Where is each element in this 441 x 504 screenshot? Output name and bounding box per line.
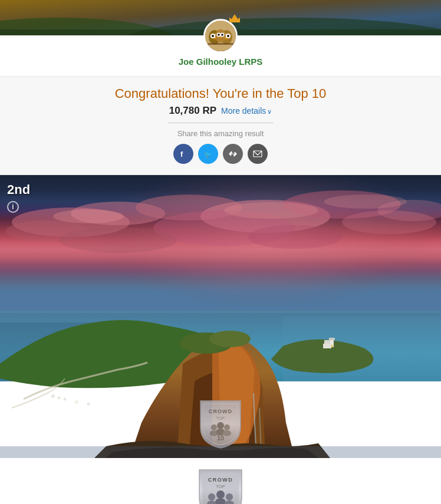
more-details-link[interactable]: More details ∨ (221, 106, 272, 116)
svg-point-42 (224, 202, 318, 219)
svg-point-21 (221, 34, 223, 36)
congrats-section: Congratulations! You're in the Top 10 10… (0, 76, 441, 175)
rp-row: 10,780 RP More details ∨ (12, 105, 429, 117)
svg-point-76 (226, 493, 233, 500)
chevron-down-icon: ∨ (267, 108, 272, 116)
crowd-badge-overlay: CROWD TOP 10 (198, 398, 243, 452)
svg-text:🐦: 🐦 (204, 150, 212, 159)
svg-text:10: 10 (217, 434, 224, 442)
svg-point-39 (248, 225, 342, 249)
svg-point-17 (215, 29, 226, 42)
avatar-wrapper (203, 19, 238, 53)
svg-rect-45 (0, 311, 441, 313)
share-facebook-button[interactable]: f (173, 144, 193, 164)
main-photo: 2nd i CROWD TOP (0, 175, 441, 458)
svg-point-49 (209, 331, 251, 347)
svg-rect-23 (208, 43, 233, 45)
svg-rect-54 (324, 340, 330, 344)
bottom-section: CROWD TOP 10 Crowd 2nd (0, 458, 441, 504)
svg-point-65 (217, 422, 224, 429)
svg-point-41 (53, 209, 124, 223)
svg-point-74 (216, 490, 225, 499)
svg-text:TOP: TOP (216, 484, 225, 489)
svg-point-40 (59, 227, 177, 253)
share-twitter-button[interactable]: 🐦 (198, 144, 218, 164)
username: Joe Gilhooley LRPS (179, 57, 263, 67)
svg-text:CROWD: CROWD (208, 477, 233, 483)
share-text: Share this amazing result (12, 129, 429, 138)
crowd-badge-container: CROWD TOP 10 Crowd 2nd (197, 467, 244, 504)
svg-point-20 (218, 34, 220, 36)
avatar (203, 19, 238, 53)
rank-text: 2nd (7, 182, 30, 197)
rank-badge: 2nd i (7, 182, 30, 213)
svg-point-55 (51, 394, 55, 398)
svg-text:CROWD: CROWD (209, 409, 232, 414)
svg-point-56 (58, 397, 61, 400)
congrats-title: Congratulations! You're in the Top 10 (12, 86, 429, 101)
svg-rect-53 (323, 344, 331, 348)
crowd-shield: CROWD TOP 10 (197, 467, 244, 504)
svg-point-72 (208, 493, 215, 500)
svg-rect-26 (231, 154, 235, 154)
share-link-button[interactable] (223, 144, 243, 164)
profile-section: Joe Gilhooley LRPS (0, 35, 441, 76)
rp-value: 10,780 RP (169, 105, 216, 117)
svg-point-43 (324, 195, 407, 209)
svg-text:TOP: TOP (216, 416, 225, 420)
info-icon[interactable]: i (7, 201, 19, 213)
svg-point-59 (87, 403, 90, 406)
svg-point-67 (224, 424, 230, 430)
svg-point-63 (211, 424, 217, 430)
svg-rect-51 (329, 338, 335, 340)
svg-point-15 (227, 35, 229, 37)
svg-point-58 (75, 400, 78, 404)
share-email-button[interactable] (248, 144, 268, 164)
svg-point-57 (64, 398, 67, 401)
svg-text:f: f (180, 150, 183, 159)
divider (167, 123, 274, 123)
svg-point-22 (219, 37, 222, 38)
svg-point-8 (212, 35, 214, 37)
share-buttons: f 🐦 (12, 144, 429, 164)
